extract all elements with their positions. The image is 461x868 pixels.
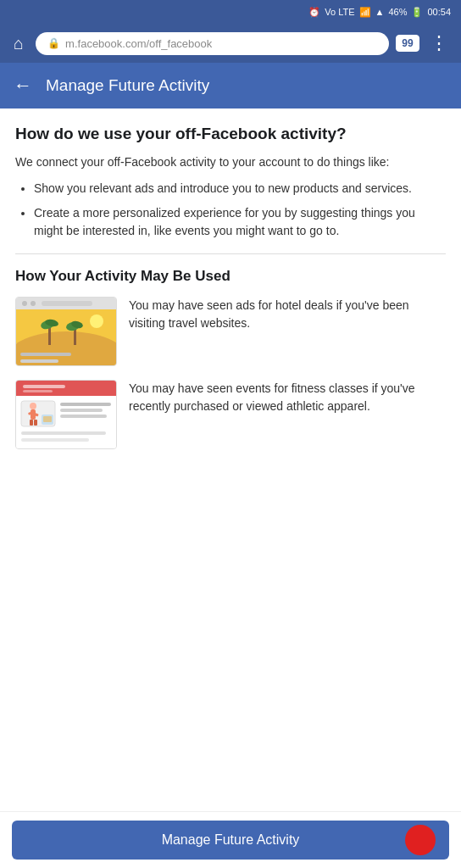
svg-point-3 [31,301,36,306]
lock-icon: 🔒 [47,37,60,49]
battery-icon: 🔋 [411,7,423,18]
svg-rect-30 [60,403,111,406]
svg-rect-33 [21,431,106,435]
lte-text: Vo LTE [325,7,354,17]
battery-text: 46% [388,7,407,17]
browser-chrome: ⌂ 🔒 m.facebook.com/off_facebook 99 ⋮ [0,24,461,63]
time-text: 00:54 [427,7,451,17]
page-header: ← Manage Future Activity [0,63,461,108]
svg-rect-15 [20,359,58,363]
svg-rect-10 [74,328,76,345]
fitness-illustration [15,380,117,449]
travel-text: You may have seen ads for hotel deals if… [129,297,446,332]
more-menu-button[interactable]: ⋮ [426,31,453,56]
svg-rect-14 [20,353,71,356]
heading-activity-used: How Your Activity May Be Used [15,268,446,285]
svg-rect-19 [23,390,53,392]
activity-item-travel: You may have seen ads for hotel deals if… [15,297,446,366]
svg-point-22 [30,403,36,409]
signal-icon: ▲ [375,7,385,17]
svg-rect-34 [21,438,89,442]
manage-button-label: Manage Future Activity [162,832,300,847]
wifi-icon: 📶 [359,7,371,18]
back-button[interactable]: ← [14,75,32,97]
svg-rect-4 [42,301,92,306]
home-button[interactable]: ⌂ [8,32,29,55]
intro-paragraph: We connect your off-Facebook activity to… [15,153,446,171]
travel-illustration [15,297,117,366]
url-text: m.facebook.com/off_facebook [65,37,212,50]
list-item: Create a more personalized experience fo… [34,204,446,240]
svg-rect-27 [34,420,37,426]
svg-rect-32 [60,415,107,418]
address-bar[interactable]: 🔒 m.facebook.com/off_facebook [36,32,389,55]
tab-count-badge[interactable]: 99 [396,35,419,52]
status-icons: ⏰ Vo LTE 📶 ▲ 46% 🔋 00:54 [308,7,451,18]
main-content: How do we use your off-Facebook activity… [0,108,461,554]
heading-off-facebook: How do we use your off-Facebook activity… [15,124,446,145]
fitness-text: You may have seen events for fitness cla… [129,380,446,415]
svg-point-13 [90,314,103,328]
bottom-bar: Manage Future Activity [0,811,461,868]
svg-rect-31 [60,409,103,412]
list-item: Show you relevant ads and introduce you … [34,180,446,198]
alarm-icon: ⏰ [308,7,320,18]
page-title: Manage Future Activity [46,76,209,95]
section-divider [15,253,446,254]
status-bar: ⏰ Vo LTE 📶 ▲ 46% 🔋 00:54 [0,0,461,24]
svg-rect-18 [23,385,65,388]
manage-future-activity-button[interactable]: Manage Future Activity [12,821,449,860]
svg-rect-29 [43,416,52,422]
svg-rect-26 [30,420,33,426]
svg-point-2 [22,301,27,306]
red-dot-indicator [405,825,436,855]
bullet-list: Show you relevant ads and introduce you … [15,180,446,240]
activity-item-fitness: You may have seen events for fitness cla… [15,380,446,449]
svg-rect-7 [48,326,51,345]
activity-examples: You may have seen ads for hotel deals if… [15,297,446,449]
